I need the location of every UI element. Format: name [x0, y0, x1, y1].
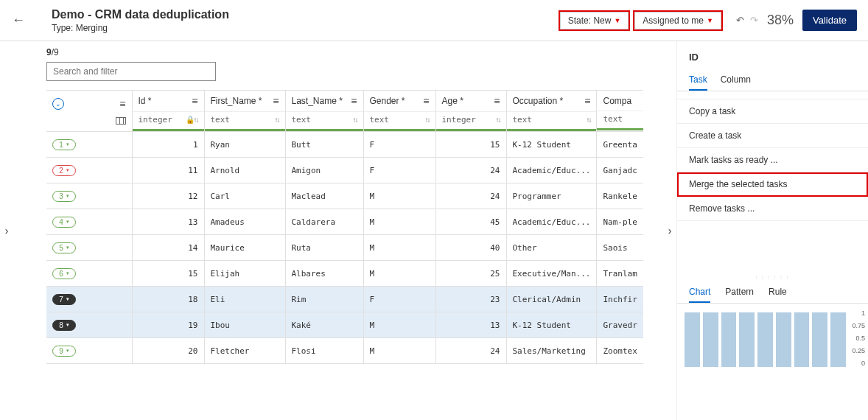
- expand-right-icon[interactable]: ›: [668, 225, 672, 237]
- cell-firstname: Ryan: [204, 132, 285, 158]
- state-filter[interactable]: State: New ▼: [560, 12, 629, 29]
- page-title: Demo - CRM data deduplication: [52, 8, 229, 21]
- table-row[interactable]: 8 ▾19IbouKakéM13K-12 StudentGravedr: [46, 312, 643, 338]
- column-menu-icon[interactable]: ≡: [584, 95, 590, 107]
- cell-gender: F: [363, 287, 435, 312]
- sort-icon[interactable]: ↑↓: [353, 116, 357, 124]
- row-pill[interactable]: 4 ▾: [52, 217, 76, 228]
- row-pill[interactable]: 1 ▾: [52, 139, 76, 150]
- expand-all-icon[interactable]: ⌄: [52, 98, 64, 110]
- column-menu-icon[interactable]: ≡: [119, 98, 125, 110]
- row-pill[interactable]: 2 ▾: [52, 165, 76, 176]
- cell-gender: M: [363, 261, 435, 287]
- row-pill[interactable]: 9 ▾: [52, 346, 76, 357]
- cell-lastname: Albares: [285, 261, 363, 287]
- cell-occupation: Academic/Educ...: [506, 209, 597, 235]
- expand-left-icon[interactable]: ›: [5, 225, 9, 237]
- sort-icon[interactable]: ↑↓: [496, 116, 500, 124]
- row-pill[interactable]: 8 ▾: [52, 320, 76, 331]
- search-input[interactable]: [46, 62, 216, 81]
- occupation-column-header[interactable]: Occupation *≡ text↑↓: [506, 91, 597, 132]
- age-column-header[interactable]: Age *≡ integer↑↓: [435, 91, 506, 132]
- distribution-chart: 1 0.75 0.5 0.25 0: [677, 309, 868, 376]
- cell-lastname: Caldarera: [285, 209, 363, 235]
- sort-icon[interactable]: ↑↓: [275, 116, 279, 124]
- chevron-down-icon: ▼: [707, 17, 713, 24]
- cell-company: Inchfir: [597, 287, 643, 312]
- redo-icon[interactable]: ↷: [750, 15, 758, 26]
- table-row[interactable]: 1 ▾1RyanButtF15K-12 StudentGreenta: [46, 132, 643, 158]
- row-pill[interactable]: 3 ▾: [52, 191, 76, 202]
- column-menu-icon[interactable]: ≡: [423, 95, 429, 107]
- cell-firstname: Maurice: [204, 235, 285, 261]
- cell-firstname: Carl: [204, 183, 285, 209]
- gender-column-header[interactable]: Gender *≡ text↑↓: [363, 91, 435, 132]
- chevron-down-icon: ▼: [614, 17, 620, 24]
- firstname-column-header[interactable]: First_Name *≡ text↑↓: [204, 91, 285, 132]
- cell-age: 13: [435, 312, 506, 338]
- cell-company: Nam-ple: [597, 209, 643, 235]
- ylabel: 1: [852, 309, 865, 317]
- cell-id: 18: [132, 287, 204, 312]
- state-filter-label: State: New: [568, 15, 612, 26]
- task-actions: Copy a task Create a task Mark tasks as …: [677, 99, 868, 221]
- sort-icon[interactable]: ↑↓: [425, 116, 430, 124]
- ylabel: 0.5: [852, 335, 865, 342]
- cell-id: 1: [132, 132, 204, 158]
- cell-lastname: Flosi: [285, 338, 363, 364]
- lastname-column-header[interactable]: Last_Name *≡ text↑↓: [285, 91, 363, 132]
- table-row[interactable]: 4 ▾13AmadeusCaldareraM45Academic/Educ...…: [46, 209, 643, 235]
- drag-handle-icon[interactable]: : : : : : :: [677, 273, 868, 282]
- row-pill[interactable]: 5 ▾: [52, 242, 76, 253]
- cell-company: Rankele: [597, 183, 643, 209]
- action-merge-tasks[interactable]: Merge the selected tasks: [677, 172, 868, 197]
- table-row[interactable]: 6 ▾15ElijahAlbaresM25Executive/Man...Tra…: [46, 261, 643, 287]
- column-menu-icon[interactable]: ≡: [351, 95, 357, 107]
- cell-firstname: Arnold: [204, 158, 285, 183]
- back-icon[interactable]: ←: [7, 13, 29, 28]
- table-row[interactable]: 7 ▾18EliRimF23Clerical/AdminInchfir: [46, 287, 643, 312]
- chart-bar: [794, 312, 810, 367]
- undo-icon[interactable]: ↶: [736, 15, 744, 26]
- action-create-task[interactable]: Create a task: [677, 124, 868, 148]
- cell-occupation: Other: [506, 235, 597, 261]
- cell-gender: F: [363, 132, 435, 158]
- company-column-header[interactable]: Compa text: [597, 91, 643, 132]
- tab-task[interactable]: Task: [689, 70, 707, 91]
- cell-id: 11: [132, 158, 204, 183]
- column-menu-icon[interactable]: ≡: [192, 95, 197, 107]
- table-row[interactable]: 9 ▾20FletcherFlosiM24Sales/MarketingZoom…: [46, 338, 643, 364]
- table-row[interactable]: 3 ▾12CarlMacleadM24ProgrammerRankele: [46, 183, 643, 209]
- cell-company: Saois: [597, 235, 643, 261]
- cell-id: 19: [132, 312, 204, 338]
- sort-icon[interactable]: ↑↓: [586, 116, 590, 124]
- row-pill[interactable]: 6 ▾: [52, 268, 76, 279]
- tab-pattern[interactable]: Pattern: [725, 282, 754, 303]
- column-menu-icon[interactable]: ≡: [273, 95, 279, 107]
- assigned-filter[interactable]: Assigned to me ▼: [634, 12, 721, 29]
- validate-button[interactable]: Validate: [802, 10, 857, 31]
- tab-column[interactable]: Column: [721, 70, 751, 91]
- grid-view-icon[interactable]: [116, 117, 126, 125]
- action-remove-tasks[interactable]: Remove tasks ...: [677, 197, 868, 221]
- app-header: ← Demo - CRM data deduplication Type: Me…: [0, 0, 868, 41]
- tab-chart[interactable]: Chart: [689, 282, 710, 303]
- id-column-header[interactable]: Id *≡ integer🔒 ↑↓: [132, 91, 204, 132]
- cell-gender: M: [363, 209, 435, 235]
- cell-id: 12: [132, 183, 204, 209]
- chart-bar: [685, 312, 700, 367]
- assigned-filter-label: Assigned to me: [643, 15, 704, 26]
- table-row[interactable]: 2 ▾11ArnoldAmigonF24Academic/Educ...Ganj…: [46, 158, 643, 183]
- tab-rule[interactable]: Rule: [769, 282, 787, 303]
- ylabel: 0: [852, 360, 865, 367]
- action-mark-ready[interactable]: Mark tasks as ready ...: [677, 148, 868, 172]
- cell-firstname: Fletcher: [204, 338, 285, 364]
- cell-occupation: Programmer: [506, 183, 597, 209]
- cell-gender: M: [363, 183, 435, 209]
- sidebar-tabs: Task Column: [677, 70, 868, 91]
- column-menu-icon[interactable]: ≡: [494, 95, 500, 107]
- cell-age: 24: [435, 158, 506, 183]
- table-row[interactable]: 5 ▾14MauriceRutaM40OtherSaois: [46, 235, 643, 261]
- action-copy-task[interactable]: Copy a task: [677, 99, 868, 124]
- row-pill[interactable]: 7 ▾: [52, 294, 76, 305]
